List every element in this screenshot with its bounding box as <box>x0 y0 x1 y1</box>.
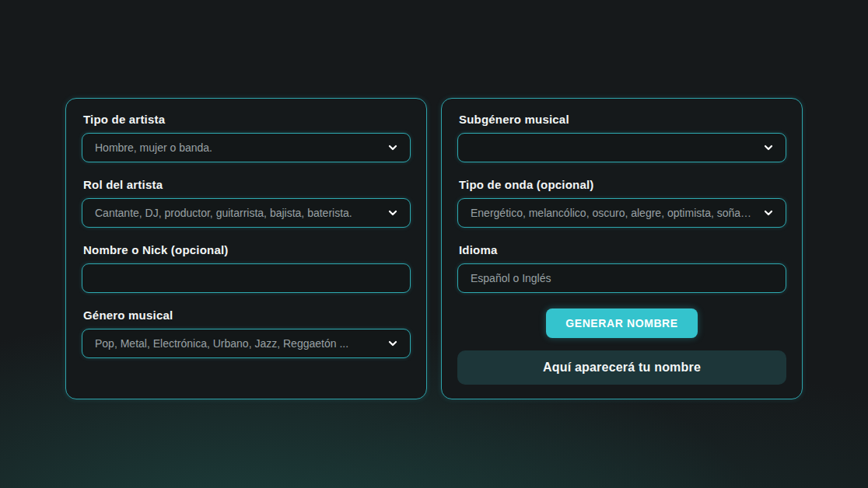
genero-musical-placeholder: Pop, Metal, Electrónica, Urbano, Jazz, R… <box>95 337 348 350</box>
chevron-down-icon <box>387 141 399 154</box>
nombre-o-nick-label: Nombre o Nick (opcional) <box>83 243 411 256</box>
rol-del-artista-label: Rol del artista <box>83 178 411 191</box>
genero-musical-label: Género musical <box>83 308 411 322</box>
field-nombre-o-nick: Nombre o Nick (opcional) <box>82 243 411 293</box>
tipo-de-artista-placeholder: Hombre, mujer o banda. <box>95 141 212 154</box>
chevron-down-icon <box>762 141 775 154</box>
tipo-de-artista-label: Tipo de artista <box>83 113 411 126</box>
subgenero-musical-label: Subgénero musical <box>459 113 786 126</box>
rol-del-artista-placeholder: Cantante, DJ, productor, guitarrista, ba… <box>95 207 352 219</box>
tipo-de-onda-label: Tipo de onda (opcional) <box>459 178 786 191</box>
chevron-down-icon <box>762 207 775 219</box>
field-tipo-de-artista: Tipo de artista Hombre, mujer o banda. <box>82 113 411 162</box>
result-placeholder: Aquí aparecerá tu nombre <box>457 350 786 385</box>
idioma-label: Idioma <box>459 243 786 256</box>
generate-button-row: GENERAR NOMBRE <box>457 308 786 338</box>
idioma-input[interactable] <box>457 263 786 293</box>
field-rol-del-artista: Rol del artista Cantante, DJ, productor,… <box>82 178 411 228</box>
field-idioma: Idioma <box>457 243 786 293</box>
subgenero-musical-select[interactable] <box>457 133 786 162</box>
field-genero-musical: Género musical Pop, Metal, Electrónica, … <box>82 308 411 358</box>
tipo-de-onda-select[interactable]: Energético, melancólico, oscuro, alegre,… <box>457 198 786 228</box>
tipo-de-artista-select[interactable]: Hombre, mujer o banda. <box>82 133 411 162</box>
genero-musical-select[interactable]: Pop, Metal, Electrónica, Urbano, Jazz, R… <box>82 329 411 358</box>
left-panel: Tipo de artista Hombre, mujer o banda. R… <box>65 98 427 399</box>
form-panels: Tipo de artista Hombre, mujer o banda. R… <box>0 0 868 399</box>
rol-del-artista-select[interactable]: Cantante, DJ, productor, guitarrista, ba… <box>82 198 411 228</box>
field-tipo-de-onda: Tipo de onda (opcional) Energético, mela… <box>457 178 786 228</box>
generate-name-button[interactable]: GENERAR NOMBRE <box>546 308 698 338</box>
chevron-down-icon <box>387 337 399 350</box>
chevron-down-icon <box>387 207 399 219</box>
field-subgenero-musical: Subgénero musical <box>457 113 786 162</box>
right-panel: Subgénero musical Tipo de onda (opcional… <box>441 98 803 399</box>
nombre-o-nick-input[interactable] <box>82 263 411 293</box>
tipo-de-onda-placeholder: Energético, melancólico, oscuro, alegre,… <box>471 207 756 219</box>
